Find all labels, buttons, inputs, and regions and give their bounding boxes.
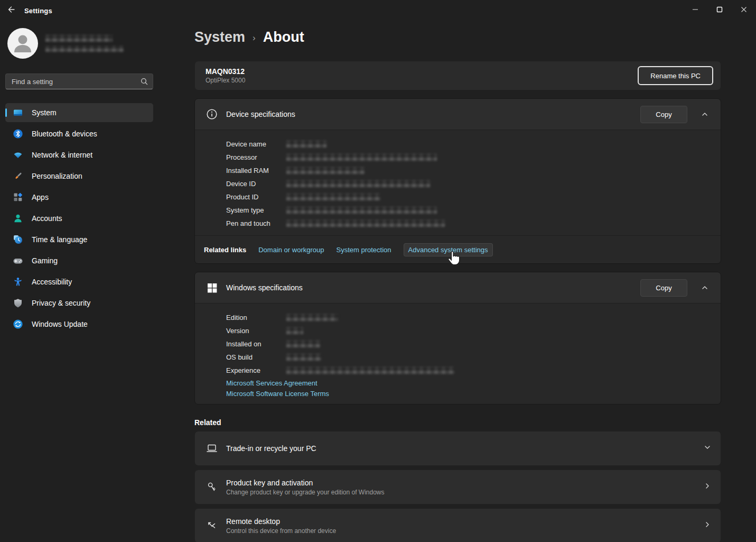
sidebar-item-accessibility[interactable]: Accessibility [5,272,153,291]
close-button[interactable] [732,0,756,21]
spec-label: Installed on [226,340,286,348]
pc-name-card: MAQN0312 OptiPlex 5000 Rename this PC [194,61,721,90]
spec-row: Device ID [195,177,721,190]
spec-label: Device ID [226,180,286,188]
network-icon [13,150,23,160]
card-title: Product key and activation [226,479,385,487]
copy-windows-specs-button[interactable]: Copy [640,279,687,297]
sidebar-item-privacy-security[interactable]: Privacy & security [5,293,153,313]
chevron-up-icon[interactable] [687,283,711,292]
sidebar-item-network-internet[interactable]: Network & internet [5,145,153,164]
spec-label: Installed RAM [226,167,286,174]
sidebar-item-label: Apps [32,193,49,201]
card-title: Trade-in or recycle your PC [226,444,316,453]
redacted-value [286,207,437,214]
microsoft-services-agreement-link[interactable]: Microsoft Services Agreement [226,379,721,387]
search-input[interactable] [5,74,153,89]
spec-row: Device name [195,137,721,151]
window-controls [683,0,756,21]
spec-row: Edition [195,311,721,324]
sidebar-item-gaming[interactable]: Gaming [5,251,153,270]
spec-label: Device name [226,140,286,148]
sidebar-item-label: Privacy & security [32,299,90,307]
sidebar-item-label: Windows Update [32,320,88,328]
sidebar-item-label: Accounts [32,214,62,223]
selected-indicator [5,108,7,117]
windows-specifications-card: Windows specifications Copy Edition Vers… [194,272,721,405]
device-specifications-card: Device specifications Copy Device name P… [194,98,721,264]
related-links-row: Related links Domain or workgroup System… [195,235,721,263]
profile-email-redacted [45,45,124,52]
device-specifications-header[interactable]: Device specifications Copy [195,99,721,130]
accessibility-icon [13,277,23,287]
sidebar-item-system[interactable]: System [5,103,153,122]
pc-name: MAQN0312 [206,67,245,76]
chevron-right-icon[interactable] [703,482,712,492]
license-links: Microsoft Services Agreement Microsoft S… [195,377,721,399]
spec-label: Edition [226,314,286,321]
card-text: Product key and activation Change produc… [226,479,385,496]
minimize-button[interactable] [683,0,707,21]
maximize-button[interactable] [707,0,732,21]
spec-label: Experience [226,366,286,374]
search-box [5,74,153,89]
time-language-icon [13,234,23,245]
settings-window: Settings [0,0,756,542]
sidebar-item-personalization[interactable]: Personalization [5,167,153,186]
microsoft-software-license-terms-link[interactable]: Microsoft Software License Terms [226,390,721,398]
pc-model: OptiPlex 5000 [206,76,245,85]
domain-or-workgroup-link[interactable]: Domain or workgroup [258,246,324,254]
sidebar-item-windows-update[interactable]: Windows Update [5,315,153,334]
redacted-value [286,314,338,321]
sidebar-item-accounts[interactable]: Accounts [5,209,153,228]
rename-pc-button[interactable]: Rename this PC [638,66,713,85]
breadcrumb: System › About [194,29,721,49]
sidebar-item-apps[interactable]: Apps [5,188,153,207]
sidebar-item-label: Bluetooth & devices [32,130,97,138]
system-icon [13,107,23,118]
back-button[interactable] [0,0,22,21]
search-icon[interactable] [140,77,148,88]
redacted-value [286,167,365,174]
redacted-value [286,327,303,334]
section-title: Device specifications [226,110,295,118]
spec-label: OS build [226,353,286,361]
laptop-icon [206,443,218,454]
spec-label: System type [226,206,286,214]
chevron-down-icon[interactable] [703,443,712,454]
profile-name-redacted [45,35,113,42]
related-links-label: Related links [204,246,246,254]
sidebar-item-bluetooth-devices[interactable]: Bluetooth & devices [5,124,153,143]
chevron-up-icon[interactable] [687,110,711,118]
system-protection-link[interactable]: System protection [336,246,391,254]
device-specifications-body: Device name Processor Installed RAM Devi… [195,130,721,235]
sidebar-item-label: Personalization [32,172,82,180]
copy-device-specs-button[interactable]: Copy [640,106,687,123]
spec-label: Pen and touch [226,219,286,227]
redacted-value [286,194,380,200]
remote-desktop-icon [206,520,218,531]
redacted-value [286,341,320,347]
chevron-right-icon[interactable] [703,520,712,531]
windows-logo-icon [206,283,218,293]
product-key-activation-card[interactable]: Product key and activation Change produc… [194,470,721,504]
spec-row: Version [195,324,721,337]
back-arrow-icon [7,5,15,16]
breadcrumb-system[interactable]: System [194,29,245,45]
trade-in-or-recycle-card[interactable]: Trade-in or recycle your PC [194,431,721,466]
remote-desktop-card[interactable]: Remote desktop Control this device from … [194,508,721,542]
profile-card[interactable] [5,26,153,60]
sidebar-item-time-language[interactable]: Time & language [5,230,153,249]
spec-row: System type [195,204,721,217]
windows-specifications-header[interactable]: Windows specifications Copy [195,272,721,303]
maximize-icon [715,5,724,16]
page-title: About [263,29,304,45]
app-title: Settings [24,7,52,15]
spec-label: Version [226,327,286,335]
sidebar-item-label: Gaming [32,256,58,265]
advanced-system-settings-link[interactable]: Advanced system settings [404,243,493,256]
spec-row: OS build [195,351,721,364]
bluetooth-icon [13,128,23,139]
breadcrumb-separator-icon: › [253,33,256,43]
sidebar-item-label: Time & language [32,235,87,244]
